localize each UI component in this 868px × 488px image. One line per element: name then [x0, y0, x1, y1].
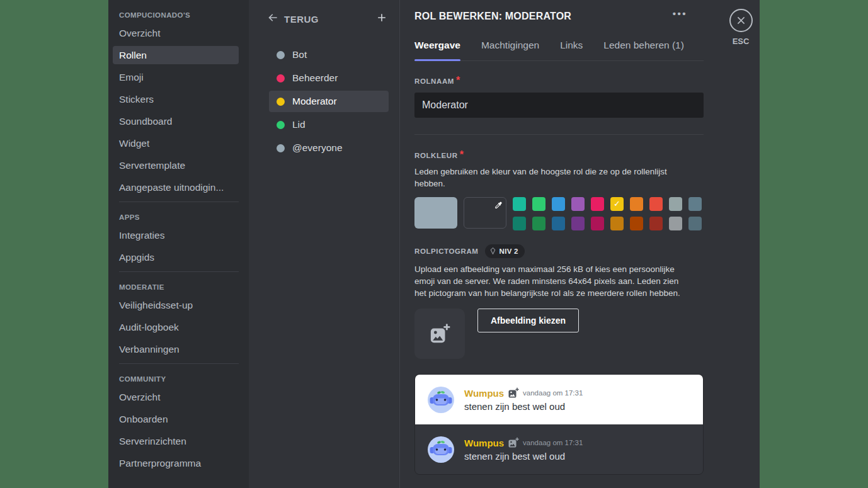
gem-icon — [489, 247, 497, 255]
role-color-dot — [277, 121, 285, 129]
sidebar-item-overzicht[interactable]: Overzicht — [113, 24, 239, 42]
sidebar-section-moderatie: MODERATIE — [113, 280, 239, 296]
wumpus-avatar — [428, 436, 454, 463]
role-icon-upload-placeholder[interactable] — [414, 309, 465, 359]
palette-swatch[interactable] — [532, 197, 545, 211]
close-icon — [736, 15, 746, 26]
sidebar-section-apps: APPS — [113, 210, 239, 226]
role-name: @everyone — [292, 142, 343, 154]
palette-swatch[interactable] — [571, 197, 585, 211]
role-icon-badge — [508, 387, 519, 399]
sidebar-item-veiligheidsset-up[interactable]: Veiligheidsset-up — [113, 296, 239, 314]
role-color-dot — [277, 51, 285, 59]
add-role-button[interactable] — [375, 11, 388, 26]
palette-swatch[interactable] — [630, 197, 643, 211]
plus-icon — [375, 11, 388, 26]
preview-timestamp: vandaag om 17:31 — [523, 439, 583, 446]
sidebar-item-widget[interactable]: Widget — [113, 134, 239, 152]
palette-swatch-selected[interactable]: ✓ — [610, 197, 624, 211]
palette-swatch[interactable] — [513, 217, 526, 230]
sidebar-item-integraties[interactable]: Integraties — [113, 226, 239, 244]
active-tab-underline — [414, 59, 460, 61]
tab-weergave[interactable]: Weergave — [414, 40, 460, 60]
palette-swatch[interactable] — [552, 217, 565, 230]
boost-level-text: NIV 2 — [500, 247, 518, 255]
tab-machtigingen[interactable]: Machtigingen — [481, 40, 539, 60]
page-title: ROL BEWERKEN: MODERATOR — [414, 11, 571, 22]
preview-username: Wumpus — [464, 438, 504, 448]
sidebar-item-rollen[interactable]: Rollen — [113, 46, 239, 64]
rolnaam-label: ROLNAAM — [414, 77, 454, 85]
more-options-icon[interactable]: ••• — [673, 11, 687, 17]
sidebar-divider — [119, 201, 239, 202]
wumpus-avatar — [428, 387, 454, 413]
palette-swatch[interactable] — [591, 197, 604, 211]
palette-swatch[interactable] — [669, 197, 682, 211]
palette-swatch[interactable] — [532, 217, 545, 230]
sidebar-item-verbanningen[interactable]: Verbanningen — [113, 340, 239, 358]
rolpictogram-description: Upload een afbeelding van maximaal 256 k… — [414, 264, 692, 300]
back-label[interactable]: TERUG — [284, 14, 319, 25]
sidebar-item-aangepaste-uitnodigingen[interactable]: Aangepaste uitnodigin... — [113, 178, 239, 196]
back-button[interactable] — [266, 11, 279, 26]
preview-username: Wumpus — [464, 388, 504, 399]
preview-timestamp: vandaag om 17:31 — [523, 389, 583, 397]
sidebar-item-emoji[interactable]: Emoji — [113, 68, 239, 86]
rolkleur-label: ROLKLEUR — [414, 152, 458, 159]
palette-swatch[interactable] — [552, 197, 565, 211]
roles-list-column: TERUG Bot Beheerder Moder — [249, 0, 400, 488]
rolkleur-description: Leden gebruiken de kleur van de hoogste … — [414, 166, 692, 190]
sidebar-section-community: COMMUNITY — [113, 372, 239, 388]
selected-color-swatch[interactable] — [414, 197, 457, 229]
sidebar-item-servertemplate[interactable]: Servertemplate — [113, 156, 239, 174]
sidebar-item-community-overzicht[interactable]: Overzicht — [113, 388, 239, 406]
role-name: Moderator — [292, 96, 337, 107]
tab-links[interactable]: Links — [560, 40, 583, 60]
sidebar-divider — [119, 271, 239, 272]
check-icon: ✓ — [610, 197, 624, 211]
required-asterisk: * — [456, 75, 460, 86]
tab-leden-beheren[interactable]: Leden beheren (1) — [603, 40, 684, 60]
sidebar-item-serverinzichten[interactable]: Serverinzichten — [113, 432, 239, 450]
escape-control: ESC — [725, 9, 757, 46]
sidebar-item-audit-logboek[interactable]: Audit-logboek — [113, 318, 239, 336]
palette-swatch[interactable] — [513, 197, 526, 211]
role-item-bot[interactable]: Bot — [269, 44, 389, 65]
palette-swatch[interactable] — [571, 217, 585, 230]
preview-message-text: stenen zijn best wel oud — [464, 451, 583, 462]
palette-swatch[interactable] — [591, 217, 604, 230]
server-settings-modal: COMPUCIONADO'S Overzicht Rollen Emoji St… — [108, 0, 760, 488]
role-item-beheerder[interactable]: Beheerder — [269, 67, 389, 89]
sidebar-item-partnerprogramma[interactable]: Partnerprogramma — [113, 454, 239, 472]
role-item-moderator[interactable]: Moderator — [269, 91, 389, 112]
role-name-input[interactable] — [414, 93, 704, 118]
palette-swatch[interactable] — [649, 217, 663, 230]
sidebar-item-appgids[interactable]: Appgids — [113, 248, 239, 266]
sidebar-item-onboarden[interactable]: Onboarden — [113, 410, 239, 428]
editor-tabs: Weergave Machtigingen Links Leden behere… — [414, 40, 704, 61]
sidebar-item-stickers[interactable]: Stickers — [113, 90, 239, 108]
palette-swatch[interactable] — [610, 217, 624, 230]
sidebar-item-soundboard[interactable]: Soundboard — [113, 112, 239, 130]
preview-message-light: Wumpus vandaag om 17:31 — [415, 375, 703, 424]
role-preview-card: Wumpus vandaag om 17:31 — [414, 374, 704, 475]
palette-swatch[interactable] — [688, 217, 702, 230]
palette-swatch[interactable] — [669, 217, 682, 230]
required-asterisk: * — [460, 149, 464, 160]
palette-swatch[interactable] — [630, 217, 643, 230]
role-item-everyone[interactable]: @everyone — [269, 137, 389, 159]
close-button[interactable] — [729, 9, 753, 32]
palette-swatch[interactable] — [688, 197, 702, 211]
role-color-dot — [277, 74, 285, 82]
role-editor-content: ROL BEWERKEN: MODERATOR ••• Weergave Mac… — [400, 0, 704, 488]
role-item-lid[interactable]: Lid — [269, 114, 389, 135]
roles-editor-panel: TERUG Bot Beheerder Moder — [249, 0, 760, 488]
role-name: Beheerder — [292, 72, 338, 84]
preview-message-dark: Wumpus vandaag om 17:31 — [415, 424, 703, 474]
color-palette: ✓ — [513, 197, 702, 230]
palette-swatch[interactable] — [649, 197, 663, 211]
role-color-dot — [277, 98, 285, 106]
custom-color-picker[interactable] — [464, 197, 506, 229]
back-arrow-icon — [266, 11, 279, 26]
choose-image-button[interactable]: Afbeelding kiezen — [477, 309, 579, 332]
